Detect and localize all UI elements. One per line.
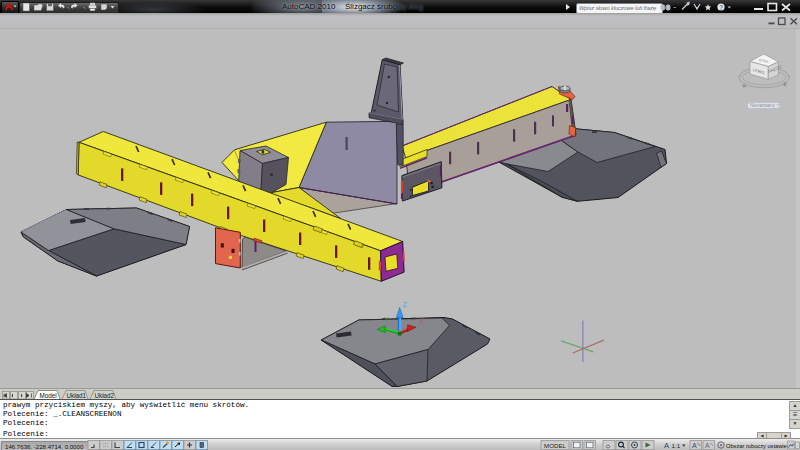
svg-text:Obszar roboczy ustawień ▾: Obszar roboczy ustawień ▾: [726, 443, 794, 449]
svg-text:Z: Z: [403, 301, 408, 308]
svg-text:Nienazwany ▽: Nienazwany ▽: [750, 103, 780, 108]
svg-text:A: A: [705, 442, 710, 449]
svg-text:A: A: [664, 441, 669, 450]
svg-text:Model: Model: [40, 392, 57, 399]
svg-text:X: X: [420, 317, 425, 324]
svg-text:Układ2: Układ2: [95, 392, 115, 399]
svg-text:?: ?: [719, 4, 723, 11]
svg-text:MODEL: MODEL: [544, 442, 567, 449]
svg-text:A: A: [692, 442, 697, 449]
svg-text:Y: Y: [384, 316, 389, 323]
svg-text:1:1: 1:1: [672, 442, 681, 449]
svg-text:Układ1: Układ1: [67, 392, 87, 399]
svg-text:E: E: [783, 82, 787, 88]
